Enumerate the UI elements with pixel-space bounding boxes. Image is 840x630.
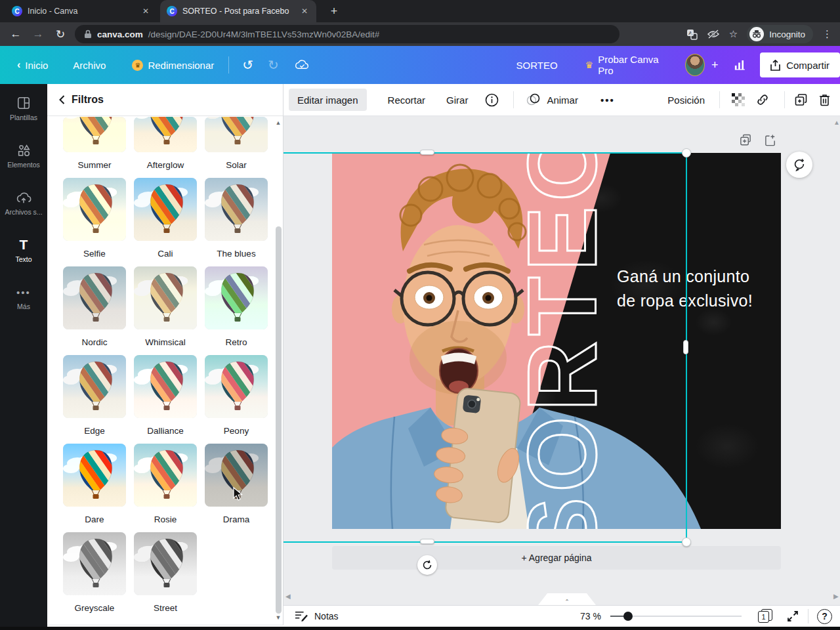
animate-button[interactable]: Animar <box>547 94 578 106</box>
mouse-cursor <box>233 487 243 501</box>
design-headline[interactable]: Ganá un conjunto de ropa exclusivo! <box>617 264 774 313</box>
eye-off-icon[interactable] <box>707 29 720 39</box>
sidebar-item-elementos[interactable]: Elementos <box>0 142 47 169</box>
notes-label: Notas <box>314 611 339 621</box>
home-label: Inicio <box>25 60 48 71</box>
filter-option-retro[interactable]: Retro <box>205 266 268 355</box>
forward-icon[interactable]: → <box>32 28 45 41</box>
filter-option-street[interactable]: Street <box>134 532 197 621</box>
info-icon[interactable] <box>485 93 499 107</box>
filter-option-selfie[interactable]: Selfie <box>63 178 126 266</box>
sidebar-item-archivos[interactable]: Archivos s... <box>0 190 47 216</box>
selection-handle-bottom[interactable] <box>420 539 434 544</box>
home-button[interactable]: ‹ Inicio <box>17 59 48 71</box>
sidebar-item-mas[interactable]: ••• Más <box>0 284 47 310</box>
filter-option-greyscale[interactable]: Greyscale <box>63 532 126 621</box>
scroll-left-icon[interactable]: ◀ <box>285 593 291 600</box>
back-chevron-icon[interactable] <box>59 95 65 104</box>
filter-option-dalliance[interactable]: Dalliance <box>134 355 197 444</box>
panel-scrollbar[interactable] <box>276 226 282 614</box>
translate-icon[interactable]: A <box>686 29 698 40</box>
incognito-badge: Incognito <box>747 25 813 43</box>
back-icon[interactable]: ← <box>9 28 22 41</box>
divider <box>228 56 229 74</box>
filter-thumbnail <box>205 355 268 418</box>
scroll-up-icon[interactable]: ▲ <box>833 119 840 126</box>
crown-icon: ♛ <box>132 60 143 71</box>
design-vertical-word[interactable]: SORTEO <box>507 153 618 529</box>
file-menu-label: Archivo <box>73 60 106 71</box>
address-bar[interactable]: canva.com/design/DAE-2D0Ur4M/3lmTBE1LVs5… <box>75 25 620 43</box>
canvas-viewport[interactable]: SORTEO Ganá un conjunto de ropa exclusiv… <box>284 116 840 605</box>
edit-image-button[interactable]: Editar imagen <box>289 89 367 111</box>
filter-option-whimsical[interactable]: Whimsical <box>134 266 197 355</box>
resize-button[interactable]: ♛ Redimensionar <box>132 60 214 71</box>
notes-button[interactable]: Notas <box>284 610 339 622</box>
file-menu-button[interactable]: Archivo <box>73 60 106 71</box>
filter-option-edge[interactable]: Edge <box>63 355 126 444</box>
reload-icon[interactable]: ↻ <box>54 28 67 41</box>
fullscreen-icon[interactable] <box>787 610 799 622</box>
animate-icon <box>526 93 541 106</box>
selection-handle-bottom-right[interactable] <box>682 537 691 547</box>
crop-button[interactable]: Recortar <box>388 94 426 106</box>
filter-option-solar[interactable]: Solar <box>205 117 268 178</box>
more-dots-icon: ••• <box>16 284 31 300</box>
page-grid-view-button[interactable]: 1 <box>758 609 774 623</box>
toolbar-more-button[interactable]: ••• <box>600 94 615 106</box>
help-button[interactable]: ? <box>817 609 832 624</box>
selection-edge-bottom[interactable] <box>284 541 688 543</box>
filter-option-afterglow[interactable]: Afterglow <box>134 117 197 178</box>
sidebar-item-texto[interactable]: T Texto <box>0 237 47 263</box>
try-pro-button[interactable]: ♛ Probar Canva Pro <box>585 54 665 76</box>
panel-scroll-up-icon[interactable]: ▲ <box>275 119 282 126</box>
filter-option-rosie[interactable]: Rosie <box>134 444 197 532</box>
bookmark-star-icon[interactable]: ☆ <box>729 28 738 40</box>
selection-handle-top-right[interactable] <box>682 148 691 158</box>
selection-edge-top[interactable] <box>284 152 688 154</box>
filter-option-the-blues[interactable]: The blues <box>205 178 268 266</box>
add-page-icon[interactable] <box>764 134 777 150</box>
add-comment-button[interactable] <box>786 152 812 178</box>
sidebar-item-plantillas[interactable]: Plantillas <box>0 95 47 121</box>
user-avatar[interactable] <box>685 54 705 76</box>
delete-trash-icon[interactable] <box>818 93 831 107</box>
new-tab-button[interactable]: + <box>326 3 343 20</box>
divider <box>808 609 808 623</box>
scroll-right-icon[interactable]: ▶ <box>833 593 839 600</box>
duplicate-page-icon[interactable] <box>739 134 752 150</box>
filter-thumbnail <box>134 117 197 152</box>
filter-option-summer[interactable]: Summer <box>63 117 126 178</box>
browser-menu-icon[interactable]: ⋮ <box>822 28 832 40</box>
rotate-button[interactable]: Girar <box>446 94 468 106</box>
add-member-icon[interactable]: + <box>711 58 719 72</box>
browser-tab-sorteo[interactable]: C SORTEO - Post para Facebo ✕ <box>160 0 316 22</box>
transparency-icon[interactable] <box>732 93 745 106</box>
incognito-label: Incognito <box>769 30 805 39</box>
zoom-slider-knob[interactable] <box>623 612 633 621</box>
bottom-panel-toggle[interactable]: ⌃ <box>538 593 596 605</box>
browser-tab-inicio[interactable]: C Inicio - Canva ✕ <box>5 0 158 22</box>
tab-close-icon[interactable]: ✕ <box>299 6 310 16</box>
selection-handle-right[interactable] <box>683 340 688 354</box>
undo-icon[interactable]: ↺ <box>242 57 253 73</box>
selection-handle-top[interactable] <box>420 150 434 155</box>
duplicate-icon[interactable] <box>794 93 808 107</box>
rotate-handle-icon[interactable] <box>417 555 437 575</box>
zoom-slider[interactable] <box>610 612 742 621</box>
share-button[interactable]: Compartir <box>760 52 840 77</box>
link-icon[interactable] <box>755 93 770 107</box>
add-page-button[interactable]: + Agregar página <box>332 546 781 570</box>
tab-close-icon[interactable]: ✕ <box>140 6 151 16</box>
filter-option-nordic[interactable]: Nordic <box>63 266 126 355</box>
position-button[interactable]: Posición <box>667 94 705 106</box>
design-page[interactable]: SORTEO Ganá un conjunto de ropa exclusiv… <box>332 153 781 529</box>
filter-option-cali[interactable]: Cali <box>134 178 197 266</box>
document-title[interactable]: SORTEO <box>516 60 557 71</box>
filters-panel-header: Filtros <box>47 84 283 116</box>
panel-scroll-down-icon[interactable]: ▼ <box>275 614 282 621</box>
filter-option-dare[interactable]: Dare <box>63 444 126 532</box>
insights-chart-icon[interactable] <box>734 59 746 71</box>
filter-option-peony[interactable]: Peony <box>205 355 268 444</box>
redo-icon[interactable]: ↻ <box>268 57 279 73</box>
